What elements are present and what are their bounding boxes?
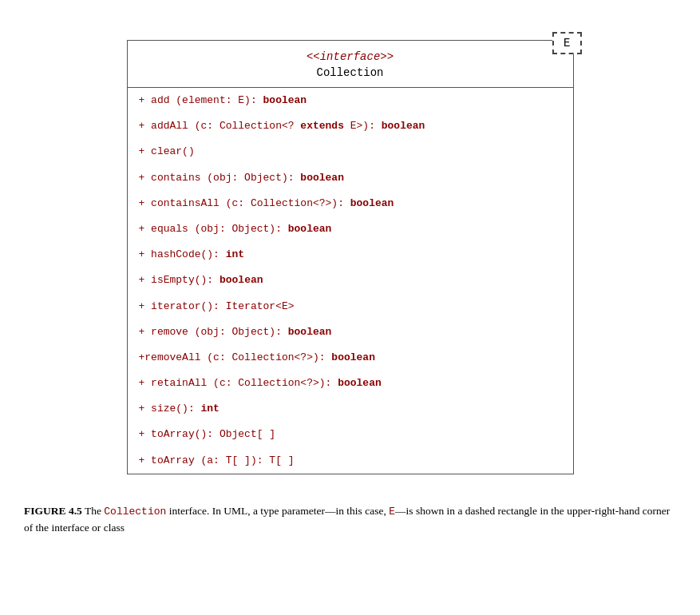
method-contains: + contains (obj: Object): boolean xyxy=(128,165,573,191)
class-name: Collection xyxy=(134,66,567,79)
method-add-return: boolean xyxy=(263,94,307,106)
uml-box: <<interface>> Collection + add (element:… xyxy=(127,40,574,474)
method-toarray1: + toArray(): Object[ ] xyxy=(128,422,573,447)
method-equals: + equals (obj: Object): boolean xyxy=(128,216,573,242)
page-content: E <<interface>> Collection + add (elemen… xyxy=(24,16,676,537)
uml-header: <<interface>> Collection xyxy=(128,41,573,88)
method-hashcode: + hashCode(): int xyxy=(128,242,573,268)
caption-code1: Collection xyxy=(104,506,166,518)
method-removeall: +removeAll (c: Collection<?>): boolean xyxy=(128,345,573,371)
uml-diagram: E <<interface>> Collection + add (elemen… xyxy=(127,40,574,474)
method-toarray2: + toArray (a: T[ ]): T[ ] xyxy=(128,448,573,474)
type-param-box: E xyxy=(552,32,581,54)
figure-label: FIGURE 4.5 xyxy=(24,505,82,517)
method-size: + size(): int xyxy=(128,396,573,422)
method-add-text: + add (element: E): xyxy=(139,94,263,106)
caption-text: The xyxy=(85,505,104,517)
type-param-label: E xyxy=(564,37,570,50)
method-iterator: + iterator(): Iterator<E> xyxy=(128,294,573,319)
method-clear: + clear() xyxy=(128,139,573,165)
caption-code2: E xyxy=(389,506,395,518)
method-isempty: + isEmpty(): boolean xyxy=(128,268,573,293)
uml-methods: + add (element: E): boolean + addAll (c:… xyxy=(128,88,573,474)
method-addall: + addAll (c: Collection<? extends E>): b… xyxy=(128,113,573,139)
method-remove: + remove (obj: Object): boolean xyxy=(128,319,573,345)
interface-keyword: <<interface>> xyxy=(134,50,567,63)
caption-mid: interface. In UML, a type parameter—in t… xyxy=(166,505,389,517)
method-add: + add (element: E): boolean xyxy=(128,88,573,113)
method-retainall: + retainAll (c: Collection<?>): boolean xyxy=(128,371,573,396)
figure-caption: FIGURE 4.5 The Collection interface. In … xyxy=(24,503,676,537)
method-containsall: + containsAll (c: Collection<?>): boolea… xyxy=(128,191,573,216)
